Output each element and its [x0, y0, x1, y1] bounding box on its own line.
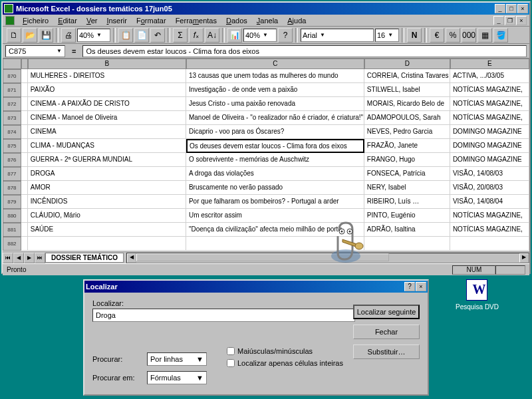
cell[interactable]: DOMINGO MAGAZINE [450, 125, 529, 139]
cell[interactable]: VISÃO, 20/08/03 [450, 181, 529, 195]
cell[interactable] [21, 195, 28, 209]
titlebar[interactable]: Microsoft Excel - dossiers temáticos 17j… [3, 3, 529, 15]
minimize-button[interactable]: _ [495, 4, 505, 13]
fillcolor-button[interactable]: 🪣 [493, 28, 508, 43]
formula-input[interactable]: Os deuses devem estar loucos - Clima for… [82, 45, 527, 57]
row-header[interactable]: 876 [3, 153, 21, 167]
cell[interactable]: DOMINGO MAGAZINE [450, 139, 529, 153]
cell[interactable]: Manoel de Oliveira - "o realizador não é… [186, 111, 364, 125]
scroll-thumb[interactable] [136, 253, 389, 261]
menu-dados[interactable]: Dados [222, 16, 251, 25]
sheet-tab[interactable]: DOSSIER TEMÁTICO [45, 253, 124, 263]
select-all-corner[interactable] [3, 59, 21, 69]
menu-ficheiro[interactable]: Ficheiro [19, 16, 53, 25]
cell[interactable]: NOTÍCIAS MAGAZINE, [450, 223, 529, 237]
cell[interactable]: NERY, Isabel [364, 181, 450, 195]
menu-janela[interactable]: Janela [253, 16, 282, 25]
cell[interactable]: GUERRA - 2ª GUERRA MUNDIAL [28, 153, 186, 167]
cell[interactable] [450, 237, 529, 251]
bold-button[interactable]: N [407, 28, 422, 43]
cell[interactable]: NOTÍCIAS MAGAZINE, [450, 111, 529, 125]
cell[interactable] [364, 237, 450, 251]
cell[interactable]: DOMINGO MAGAZINE [450, 153, 529, 167]
find-next-button[interactable]: Localizar seguinte [353, 305, 420, 319]
menu-inserir[interactable]: Inserir [102, 16, 131, 25]
cell[interactable]: ADAMOPOULOS, Sarah [364, 111, 450, 125]
cell[interactable] [186, 237, 364, 251]
autosum-button[interactable]: Σ [173, 28, 188, 43]
cell[interactable] [21, 139, 28, 153]
doc-restore-button[interactable]: ❐ [505, 16, 515, 25]
row-header[interactable]: 875 [3, 139, 21, 153]
col-header-c[interactable]: C [186, 59, 364, 69]
cell[interactable] [21, 125, 28, 139]
cell[interactable] [21, 97, 28, 111]
col-header-e[interactable]: E [450, 59, 529, 69]
cell[interactable]: NOTÍCIAS MAGAZINE, [450, 209, 529, 223]
cell[interactable]: CLIMA - MUDANÇAS [28, 139, 186, 153]
cell[interactable]: FONSECA, Patrícia [364, 167, 450, 181]
cell[interactable]: 13 causas que unem todas as mulheres do … [186, 69, 364, 83]
cell[interactable]: FRANGO, Hugo [364, 153, 450, 167]
menu-formatar[interactable]: Formatar [132, 16, 170, 25]
row-header[interactable]: 881 [3, 223, 21, 237]
cell[interactable]: Bruscamente no verão passado [186, 181, 364, 195]
cell[interactable]: Um escritor assim [186, 209, 364, 223]
cell[interactable]: CLÁUDIO, Mário [28, 209, 186, 223]
menu-ferramentas[interactable]: Ferramentas [172, 16, 221, 25]
cell[interactable] [21, 83, 28, 97]
help-button[interactable]: ? [278, 28, 293, 43]
row-header[interactable]: 879 [3, 195, 21, 209]
cell[interactable]: VISÃO, 14/08/03 [450, 167, 529, 181]
comma-button[interactable]: 000 [462, 28, 476, 43]
cell[interactable]: DROGA [28, 167, 186, 181]
scroll-left-button[interactable]: ◀ [127, 253, 136, 263]
cell[interactable]: MORAIS, Ricardo Belo de [364, 97, 450, 111]
desktop-icon-pesquisa-dvd[interactable]: Pesquisa DVD [456, 279, 499, 311]
cell[interactable]: RIBEIRO, Luís … [364, 195, 450, 209]
cell[interactable]: FRAZÃO, Janete [364, 139, 450, 153]
row-header[interactable]: 873 [3, 111, 21, 125]
cell[interactable]: STILWELL, Isabel [364, 83, 450, 97]
cell[interactable]: PINTO, Eugénio [364, 209, 450, 223]
undo-button[interactable]: ↶ [150, 28, 165, 43]
find-close-x-button[interactable]: × [416, 282, 426, 291]
zoom-combo-2[interactable]: 40%▼ [243, 29, 277, 42]
find-close-button[interactable]: Fechar [353, 325, 420, 339]
currency-button[interactable]: € [430, 28, 444, 43]
cell[interactable] [21, 181, 28, 195]
fontsize-combo[interactable]: 16▼ [375, 29, 399, 42]
tab-first-button[interactable]: ⏮ [3, 253, 13, 263]
cell[interactable]: Dicaprio - voo para os Óscares? [186, 125, 364, 139]
find-input[interactable] [92, 309, 355, 322]
cell[interactable]: NEVES, Pedro Garcia [364, 125, 450, 139]
col-header-a[interactable] [21, 59, 28, 69]
cell[interactable]: Investigação - de onde vem a paixão [186, 83, 364, 97]
cell[interactable] [21, 237, 28, 251]
cell[interactable]: CINEMA [28, 125, 186, 139]
row-header[interactable]: 871 [3, 83, 21, 97]
col-header-b[interactable]: B [28, 59, 186, 69]
row-header[interactable]: 874 [3, 125, 21, 139]
maximize-button[interactable]: □ [506, 4, 517, 13]
tab-next-button[interactable]: ▶ [24, 253, 35, 263]
chart-button[interactable]: 📊 [227, 28, 242, 43]
cell[interactable]: MULHERES - DIREITOS [28, 69, 186, 83]
paste-button[interactable]: 📄 [134, 28, 149, 43]
name-box[interactable]: C875▼ [5, 45, 65, 57]
cell[interactable] [21, 209, 28, 223]
doc-minimize-button[interactable]: _ [493, 16, 504, 25]
cell[interactable]: PAIXÃO [28, 83, 186, 97]
row-header[interactable]: 882 [3, 237, 21, 251]
sort-asc-button[interactable]: A↓ [205, 28, 219, 43]
match-case-check[interactable]: Maiúsculas/minúsculas [227, 347, 343, 355]
row-header[interactable]: 870 [3, 69, 21, 83]
menu-ajuda[interactable]: Ajuda [283, 16, 310, 25]
scroll-right-button[interactable]: ▶ [519, 253, 529, 263]
cell[interactable]: O sobrevivente - memórias de Auschwitz [186, 153, 364, 167]
cell[interactable]: NOTÍCIAS MAGAZINE, [450, 83, 529, 97]
search-combo[interactable]: Por linhas▼ [147, 352, 207, 366]
cell[interactable]: AMOR [28, 181, 186, 195]
cell[interactable]: "Doença da civilização" afecta meio milh… [186, 223, 364, 237]
zoom-combo-1[interactable]: 40%▼ [77, 29, 110, 42]
